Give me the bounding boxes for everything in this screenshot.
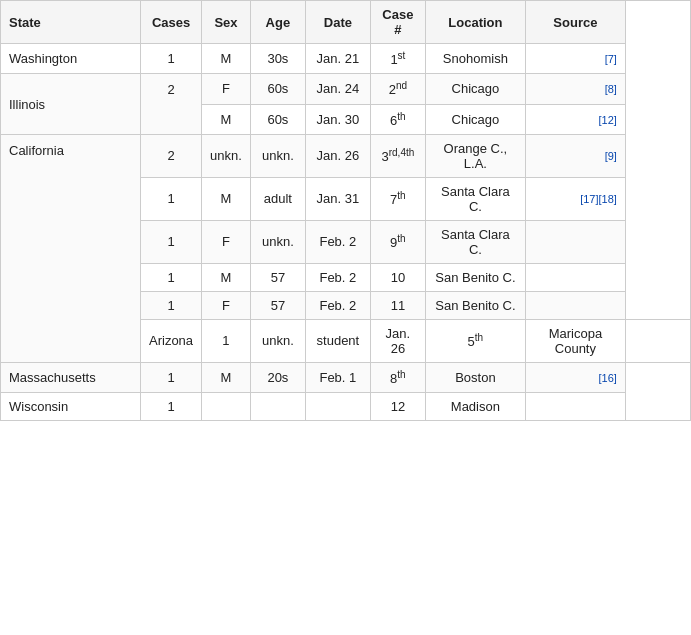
location-cell: Santa Clara C. xyxy=(425,220,525,263)
source-cell xyxy=(525,263,625,291)
covid-cases-table: State Cases Sex Age Date Case# Location … xyxy=(0,0,691,421)
casenum-cell: 1st xyxy=(370,44,425,74)
age-cell: 30s xyxy=(250,44,305,74)
cases-cell: 1 xyxy=(141,220,202,263)
source-ref[interactable]: [9] xyxy=(605,150,617,162)
cases-cell: 1 xyxy=(141,177,202,220)
date-cell: Jan. 30 xyxy=(305,104,370,134)
sex-cell: M xyxy=(202,263,251,291)
state-cell: California xyxy=(1,134,141,362)
age-cell: unkn. xyxy=(250,220,305,263)
date-cell xyxy=(305,393,370,421)
cases-cell: 1 xyxy=(141,44,202,74)
cases-cell: 2 xyxy=(141,134,202,177)
source-cell xyxy=(525,220,625,263)
cases-cell: 1 xyxy=(141,263,202,291)
sex-cell: M xyxy=(202,362,251,392)
sub-cases-cell: 1 xyxy=(202,319,251,362)
state-cell: Illinois xyxy=(1,74,141,135)
sex-cell: M xyxy=(202,177,251,220)
age-cell xyxy=(250,393,305,421)
location-cell: Chicago xyxy=(425,104,525,134)
location-cell: San Benito C. xyxy=(425,263,525,291)
source-ref[interactable]: [8] xyxy=(605,83,617,95)
location-cell: Chicago xyxy=(425,74,525,104)
source-cell: [12] xyxy=(525,104,625,134)
casenum-cell: 9th xyxy=(370,220,425,263)
header-location: Location xyxy=(425,1,525,44)
header-date: Date xyxy=(305,1,370,44)
source-cell: [17][18] xyxy=(525,177,625,220)
location-cell: Boston xyxy=(425,362,525,392)
header-sex: Sex xyxy=(202,1,251,44)
source-ref[interactable]: [12] xyxy=(599,114,617,126)
age-cell: student xyxy=(305,319,370,362)
source-ref[interactable]: [16] xyxy=(599,372,617,384)
header-case-num: Case# xyxy=(370,1,425,44)
sex-cell: unkn. xyxy=(250,319,305,362)
date-cell: Feb. 1 xyxy=(305,362,370,392)
casenum-cell: 12 xyxy=(370,393,425,421)
casenum-cell: 8th xyxy=(370,362,425,392)
state-cell: Wisconsin xyxy=(1,393,141,421)
age-cell: 20s xyxy=(250,362,305,392)
age-cell: 57 xyxy=(250,291,305,319)
date-cell: Feb. 2 xyxy=(305,220,370,263)
header-state: State xyxy=(1,1,141,44)
casenum-cell: 3rd,4th xyxy=(370,134,425,177)
date-cell: Jan. 21 xyxy=(305,44,370,74)
cases-cell: 1 xyxy=(141,362,202,392)
sex-cell xyxy=(202,393,251,421)
location-cell: Orange C., L.A. xyxy=(425,134,525,177)
source-cell xyxy=(625,319,690,362)
source-cell: [7] xyxy=(525,44,625,74)
state-cell: Washington xyxy=(1,44,141,74)
date-cell: Jan. 26 xyxy=(305,134,370,177)
date-cell: Jan. 24 xyxy=(305,74,370,104)
sex-cell: M xyxy=(202,44,251,74)
source-cell: [8] xyxy=(525,74,625,104)
sex-cell: F xyxy=(202,291,251,319)
sex-cell: F xyxy=(202,220,251,263)
source-ref[interactable]: [17][18] xyxy=(580,193,617,205)
casenum-cell: 6th xyxy=(370,104,425,134)
date-cell: Feb. 2 xyxy=(305,263,370,291)
age-cell: adult xyxy=(250,177,305,220)
sex-cell: M xyxy=(202,104,251,134)
casenum-cell: 5th xyxy=(425,319,525,362)
location-cell: Santa Clara C. xyxy=(425,177,525,220)
age-cell: 57 xyxy=(250,263,305,291)
state-cell: Massachusetts xyxy=(1,362,141,392)
source-cell xyxy=(525,393,625,421)
source-ref[interactable]: [7] xyxy=(605,53,617,65)
source-cell xyxy=(525,291,625,319)
casenum-cell: 10 xyxy=(370,263,425,291)
casenum-cell: 2nd xyxy=(370,74,425,104)
sex-cell: unkn. xyxy=(202,134,251,177)
source-cell: [16] xyxy=(525,362,625,392)
location-cell: Maricopa County xyxy=(525,319,625,362)
cases-cell: Arizona xyxy=(141,319,202,362)
cases-cell: 2 xyxy=(141,74,202,135)
cases-cell: 1 xyxy=(141,291,202,319)
location-cell: Snohomish xyxy=(425,44,525,74)
header-age: Age xyxy=(250,1,305,44)
date-cell: Jan. 26 xyxy=(370,319,425,362)
source-cell: [9] xyxy=(525,134,625,177)
header-source: Source xyxy=(525,1,625,44)
age-cell: unkn. xyxy=(250,134,305,177)
casenum-cell: 7th xyxy=(370,177,425,220)
location-cell: Madison xyxy=(425,393,525,421)
header-cases: Cases xyxy=(141,1,202,44)
cases-cell: 1 xyxy=(141,393,202,421)
casenum-cell: 11 xyxy=(370,291,425,319)
age-cell: 60s xyxy=(250,104,305,134)
date-cell: Jan. 31 xyxy=(305,177,370,220)
age-cell: 60s xyxy=(250,74,305,104)
sex-cell: F xyxy=(202,74,251,104)
location-cell: San Benito C. xyxy=(425,291,525,319)
date-cell: Feb. 2 xyxy=(305,291,370,319)
